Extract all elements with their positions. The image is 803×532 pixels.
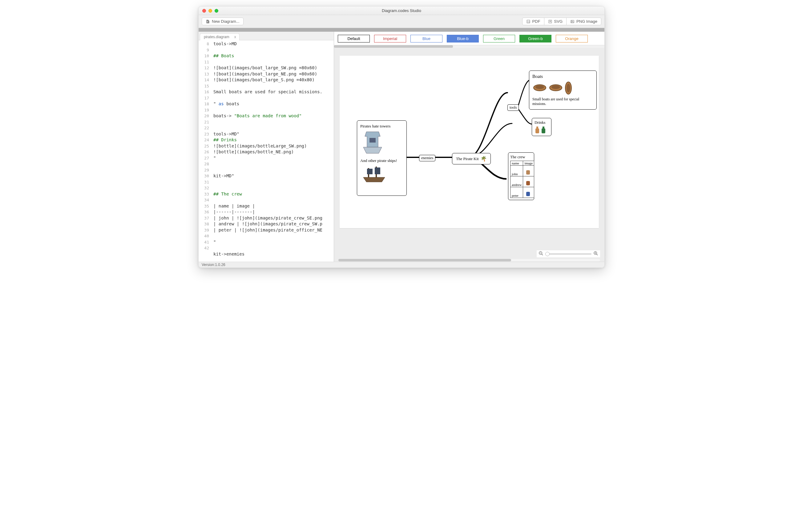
theme-chip-green[interactable]: Green [483, 35, 515, 42]
window-title: Diagram.codes Studio [198, 8, 605, 13]
table-row: peter [511, 187, 534, 198]
ship-image [360, 165, 388, 184]
table-row: john [511, 166, 534, 176]
svg-rect-20 [535, 128, 539, 133]
theme-chip-imperial[interactable]: Imperial [374, 35, 406, 42]
boats-caption: Small boats are used for special mission… [532, 97, 593, 106]
node-crew[interactable]: The crew name image john andrew [508, 152, 534, 200]
toolbar: New Diagram... PDF PDF SVG PNG Image [198, 15, 605, 28]
crew-table: name image john andrew [510, 161, 534, 198]
theme-selector-row: DefaultImperialBlueBlue-bGreenGreen-bOra… [334, 32, 605, 45]
app-window: Diagram.codes Studio New Diagram... PDF … [198, 6, 605, 268]
theme-chip-default[interactable]: Default [338, 35, 370, 42]
center-label: The Pirate Kit [456, 156, 479, 161]
zoom-slider-thumb[interactable] [545, 252, 550, 256]
preview-hscroll[interactable] [334, 259, 605, 262]
drinks-title: Drinks [535, 120, 549, 125]
zoom-controls [537, 250, 600, 258]
zoom-in-icon[interactable] [593, 251, 598, 257]
palm-tree-icon: 🌴 [481, 156, 487, 162]
theme-scrollbar[interactable] [334, 45, 605, 48]
svg-point-14 [535, 85, 544, 89]
svg-point-18 [567, 84, 570, 92]
code-editor[interactable]: 8910111213141516171819202122232425262728… [198, 40, 334, 262]
crew-image [524, 166, 532, 175]
crew-image [524, 188, 532, 197]
crew-col-name: name [511, 161, 523, 166]
tab-close-icon[interactable]: x [233, 35, 237, 39]
svg-rect-24 [526, 170, 530, 174]
svg-rect-21 [542, 127, 544, 128]
zoom-out-icon[interactable] [538, 251, 543, 257]
edge-label-enemies[interactable]: enemies [419, 155, 435, 161]
canvas-viewport[interactable]: Pirates hate towers And other pirate shi… [334, 48, 605, 259]
tower-image [360, 129, 385, 156]
svg-marker-11 [367, 169, 372, 174]
boats-title: Boats [532, 74, 593, 79]
crew-title: The crew [510, 155, 532, 159]
svg-point-3 [571, 21, 572, 21]
table-row: andrew [511, 176, 534, 187]
node-enemies[interactable]: Pirates hate towers And other pirate shi… [357, 120, 407, 196]
edge-label-tools[interactable]: tools [508, 104, 519, 111]
svg-marker-7 [363, 147, 382, 153]
crew-col-image: image [523, 161, 534, 166]
boat-image-3 [565, 81, 572, 95]
code-content[interactable]: tools->MD ## Boats ![boat](images/boat_l… [212, 40, 324, 262]
titlebar: Diagram.codes Studio [198, 6, 605, 15]
diagram-canvas[interactable]: Pirates hate towers And other pirate shi… [340, 56, 599, 228]
svg-rect-26 [526, 181, 530, 185]
zoom-slider[interactable] [545, 253, 591, 254]
svg-marker-8 [363, 177, 385, 182]
crew-image [524, 177, 532, 186]
export-png-button[interactable]: PNG Image [566, 18, 601, 25]
boat-image-2 [548, 81, 563, 92]
svg-line-30 [541, 254, 543, 255]
svg-rect-28 [526, 192, 530, 196]
export-svg-button[interactable]: SVG [544, 18, 567, 25]
theme-chip-blue-b[interactable]: Blue-b [447, 35, 479, 42]
editor-pane: pirates.diagram x 8910111213141516171819… [198, 32, 334, 262]
enemies-text-bottom: And other pirate ships! [360, 158, 403, 163]
node-boats[interactable]: Boats Small boats are used for special m… [529, 71, 597, 110]
new-file-icon [206, 19, 210, 24]
new-diagram-button[interactable]: New Diagram... [202, 18, 244, 25]
svg-text:PDF: PDF [527, 21, 530, 22]
theme-chip-orange[interactable]: Orange [556, 35, 588, 42]
bottle-image-1 [535, 126, 540, 134]
node-drinks[interactable]: Drinks [532, 118, 551, 136]
svg-rect-6 [369, 138, 376, 142]
image-icon [570, 19, 575, 24]
theme-chip-green-b[interactable]: Green-b [519, 35, 551, 42]
export-pdf-button[interactable]: PDF PDF [522, 18, 544, 25]
pdf-icon: PDF [526, 19, 531, 24]
tab-label: pirates.diagram [204, 35, 229, 39]
theme-chip-blue[interactable]: Blue [410, 35, 442, 42]
svg-rect-22 [541, 128, 545, 133]
status-bar: Version:1.0.26 [198, 262, 605, 268]
svg-rect-19 [536, 127, 538, 128]
divider-strip [198, 28, 605, 32]
tab-pirates[interactable]: pirates.diagram x [200, 33, 240, 40]
node-center[interactable]: The Pirate Kit 🌴 [452, 153, 491, 165]
svg-marker-12 [375, 168, 380, 174]
svg-point-16 [551, 85, 560, 89]
boat-image-1 [532, 81, 547, 92]
preview-pane: DefaultImperialBlueBlue-bGreenGreen-bOra… [334, 32, 605, 262]
svg-line-33 [596, 254, 598, 255]
enemies-text-top: Pirates hate towers [360, 124, 403, 129]
bottle-image-2 [541, 126, 546, 134]
new-diagram-label: New Diagram... [212, 19, 240, 24]
line-gutter: 8910111213141516171819202122232425262728… [198, 40, 212, 262]
version-label: Version:1.0.26 [202, 263, 225, 267]
svg-export-icon [548, 19, 552, 24]
editor-tabs: pirates.diagram x [198, 32, 334, 40]
